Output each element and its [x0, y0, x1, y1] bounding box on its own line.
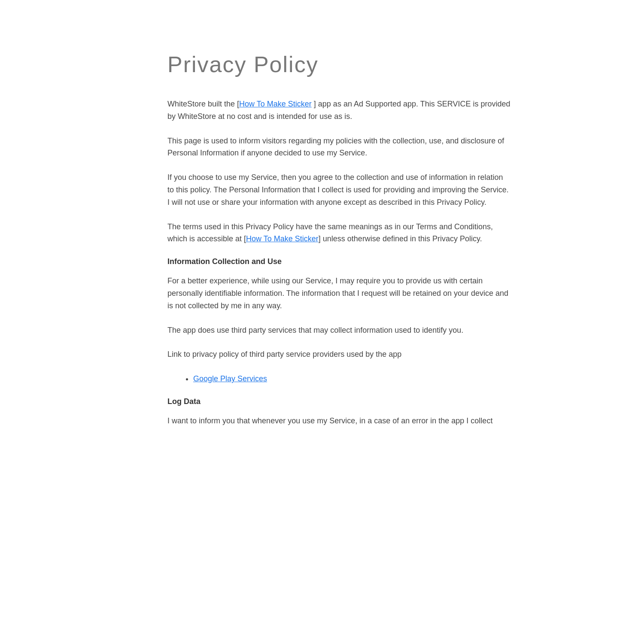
google-play-services-link[interactable]: Google Play Services [193, 374, 267, 383]
page-container: Privacy Policy WhiteStore built the [How… [116, 0, 528, 474]
third-party-links-list: Google Play Services [167, 373, 511, 385]
intro-before-link: WhiteStore built the [ [167, 100, 239, 108]
info-collection-section: Information Collection and Use For a bet… [167, 257, 511, 385]
better-experience-paragraph: For a better experience, while using our… [167, 275, 511, 312]
page-title: Privacy Policy [167, 52, 511, 77]
log-data-paragraph: I want to inform you that whenever you u… [167, 415, 511, 427]
terms-after-link: ] unless otherwise defined in this Priva… [319, 234, 482, 243]
agree-paragraph: If you choose to use my Service, then yo… [167, 171, 511, 208]
list-item: Google Play Services [193, 373, 511, 385]
third-party-paragraph: The app does use third party services th… [167, 324, 511, 337]
log-data-heading: Log Data [167, 397, 511, 406]
how-to-make-sticker-link-2[interactable]: How To Make Sticker [246, 234, 319, 243]
info-collection-heading: Information Collection and Use [167, 257, 511, 266]
terms-paragraph: The terms used in this Privacy Policy ha… [167, 221, 511, 246]
intro-paragraph: WhiteStore built the [How To Make Sticke… [167, 98, 511, 123]
how-to-make-sticker-link-1[interactable]: How To Make Sticker [239, 100, 312, 108]
log-data-section: Log Data I want to inform you that whene… [167, 397, 511, 427]
inform-paragraph: This page is used to inform visitors reg… [167, 135, 511, 160]
link-to-policy-paragraph: Link to privacy policy of third party se… [167, 348, 511, 361]
